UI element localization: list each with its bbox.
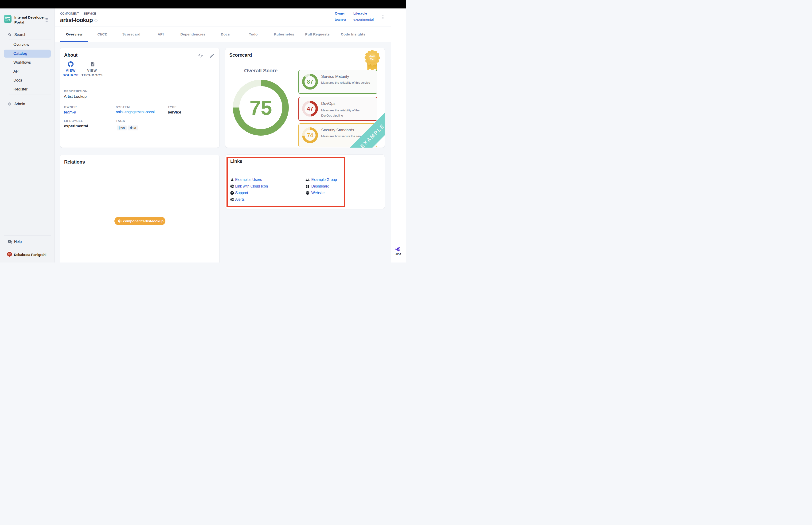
svg-text:75: 75 (249, 96, 272, 119)
svg-text:Tier: Tier (370, 58, 375, 61)
svg-text:?: ? (9, 240, 10, 242)
svg-text:87: 87 (307, 78, 313, 85)
svg-text:Gold: Gold (369, 55, 375, 58)
svg-text:74: 74 (307, 132, 313, 138)
svg-text:47: 47 (307, 106, 313, 112)
